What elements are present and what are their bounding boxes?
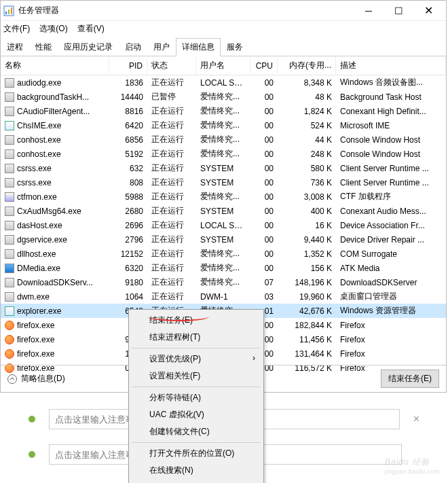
cell-description: DownloadSDKServer: [336, 276, 446, 289]
tab-services[interactable]: 服务: [221, 38, 249, 56]
ctx-sep: [132, 348, 261, 348]
cell-user: 爱情终究...: [196, 132, 250, 147]
end-task-button[interactable]: 结束任务(E): [381, 370, 439, 388]
process-name: DownloadSDKServ...: [17, 278, 93, 287]
cell-description: Conexant Audio Mess...: [336, 205, 446, 217]
tab-startup[interactable]: 启动: [119, 38, 147, 56]
menu-view[interactable]: 查看(V): [77, 23, 105, 35]
menu-options[interactable]: 选项(O): [39, 23, 67, 35]
col-name[interactable]: 名称: [1, 57, 109, 74]
table-row[interactable]: ChsIME.exe6420正在运行爱情终究...00524 KMicrosof…: [1, 118, 446, 132]
cell-cpu: 00: [250, 219, 278, 232]
maximize-button[interactable]: ☐: [384, 1, 413, 21]
process-name: audiodg.exe: [17, 78, 61, 88]
ctx-sep: [132, 442, 261, 443]
process-icon: [5, 349, 14, 359]
cell-cpu: 00: [250, 91, 278, 103]
process-icon: [5, 235, 14, 245]
tab-performance[interactable]: 性能: [29, 38, 58, 56]
table-row[interactable]: CxAudMsg64.exe2680正在运行SYSTEM00400 KConex…: [1, 204, 446, 218]
fewer-details-link[interactable]: 简略信息(D): [7, 373, 65, 384]
cell-memory: 19,960 K: [278, 291, 336, 303]
process-name: conhost.exe: [17, 135, 61, 145]
cell-cpu: 00: [250, 120, 278, 132]
close-button[interactable]: ✕: [413, 1, 443, 21]
cell-cpu: 07: [250, 276, 278, 289]
cell-description: Device Driver Repair ...: [336, 234, 446, 246]
cell-pid: 1064: [109, 291, 147, 303]
cell-description: Firefox: [336, 334, 446, 346]
minimize-button[interactable]: ─: [354, 1, 384, 21]
ctx-set-priority[interactable]: 设置优先级(P): [130, 351, 262, 368]
cell-user: LOCAL SE...: [196, 77, 250, 89]
table-row[interactable]: ctfmon.exe5988正在运行爱情终究...003,008 KCTF 加载…: [1, 190, 446, 204]
ctx-analyze-wait-chain[interactable]: 分析等待链(A): [130, 389, 262, 406]
cell-pid: 632: [109, 162, 147, 175]
table-row[interactable]: dwm.exe1064正在运行DWM-10319,960 K桌面窗口管理器: [1, 289, 446, 304]
ctx-end-task[interactable]: 结束任务(E): [130, 312, 262, 329]
cell-description: Device Association Fr...: [336, 219, 446, 232]
table-row[interactable]: conhost.exe5192正在运行爱情终究...00248 KConsole…: [1, 147, 446, 161]
table-row[interactable]: DMedia.exe6320正在运行爱情终究...00156 KATK Medi…: [1, 261, 446, 275]
cell-status: 正在运行: [147, 218, 196, 232]
tab-users[interactable]: 用户: [147, 38, 176, 56]
cell-cpu: 00: [250, 234, 278, 246]
process-icon: [5, 78, 14, 88]
tabbar: 进程 性能 应用历史记录 启动 用户 详细信息 服务: [1, 37, 446, 56]
cell-cpu: 00: [250, 134, 278, 146]
cell-user: SYSTEM: [196, 234, 250, 246]
ctx-search-online[interactable]: 在线搜索(N): [130, 462, 262, 479]
cell-memory: 400 K: [278, 205, 336, 217]
ctx-create-dump[interactable]: 创建转储文件(C): [130, 423, 262, 440]
cell-memory: 8,348 K: [278, 77, 336, 89]
col-memory[interactable]: 内存(专用...: [278, 57, 336, 74]
table-row[interactable]: conhost.exe6856正在运行爱情终究...0044 KConsole …: [1, 132, 446, 147]
col-description[interactable]: 描述: [336, 57, 446, 74]
col-status[interactable]: 状态: [147, 57, 196, 74]
ctx-uac-virtualization[interactable]: UAC 虚拟化(V): [130, 406, 262, 423]
table-row[interactable]: audiodg.exe1836正在运行LOCAL SE...008,348 KW…: [1, 75, 446, 90]
process-icon: [5, 121, 14, 130]
ctx-set-affinity[interactable]: 设置相关性(F): [130, 368, 262, 384]
table-row[interactable]: CAudioFilterAgent...8816正在运行爱情终究...001,8…: [1, 104, 446, 118]
tab-app-history[interactable]: 应用历史记录: [58, 38, 119, 56]
cell-description: Client Server Runtime ...: [336, 177, 446, 189]
cell-memory: 580 K: [278, 162, 336, 175]
cell-pid: 9180: [109, 276, 147, 289]
table-row[interactable]: csrss.exe632正在运行SYSTEM00580 KClient Serv…: [1, 161, 446, 175]
process-icon: [5, 335, 14, 344]
table-row[interactable]: backgroundTaskH...14440已暂停爱情终究...0048 KB…: [1, 90, 446, 104]
cell-description: Conexant High Definit...: [336, 105, 446, 118]
ctx-properties[interactable]: 属性(R): [130, 479, 262, 483]
menu-file[interactable]: 文件(F): [3, 23, 30, 35]
cell-pid: 2796: [109, 234, 147, 246]
table-row[interactable]: DownloadSDKServ...9180正在运行爱情终究...07148,1…: [1, 275, 446, 289]
table-row[interactable]: dasHost.exe2696正在运行LOCAL SE...0016 KDevi…: [1, 218, 446, 232]
cell-user: 爱情终究...: [196, 190, 250, 204]
cell-user: 爱情终究...: [196, 247, 250, 261]
col-pid[interactable]: PID: [109, 58, 147, 73]
cell-cpu: 00: [250, 248, 278, 260]
bullet-icon: [29, 416, 35, 423]
table-row[interactable]: dgservice.exe2796正在运行SYSTEM009,440 KDevi…: [1, 232, 446, 247]
tab-details[interactable]: 详细信息: [176, 38, 221, 56]
process-icon: [5, 264, 14, 273]
cell-pid: 5988: [109, 191, 147, 203]
cell-memory: 16 K: [278, 219, 336, 232]
cell-status: 已暂停: [147, 90, 196, 104]
ctx-end-process-tree[interactable]: 结束进程树(T): [130, 329, 262, 346]
note-close-1[interactable]: ×: [413, 413, 419, 425]
col-cpu[interactable]: CPU: [250, 58, 278, 73]
ctx-open-file-location[interactable]: 打开文件所在的位置(O): [130, 445, 262, 462]
cell-memory: 524 K: [278, 120, 336, 132]
process-icon: [5, 207, 14, 216]
table-row[interactable]: dllhost.exe12152正在运行爱情终究...001,352 KCOM …: [1, 247, 446, 261]
cell-user: SYSTEM: [196, 205, 250, 217]
col-user[interactable]: 用户名: [196, 57, 250, 74]
tab-processes[interactable]: 进程: [1, 38, 29, 56]
process-icon: [5, 249, 14, 259]
table-row[interactable]: csrss.exe808正在运行SYSTEM00736 KClient Serv…: [1, 175, 446, 190]
process-name: firefox.exe: [17, 335, 54, 344]
cell-pid: 808: [109, 177, 147, 189]
cell-memory: 44 K: [278, 134, 336, 146]
